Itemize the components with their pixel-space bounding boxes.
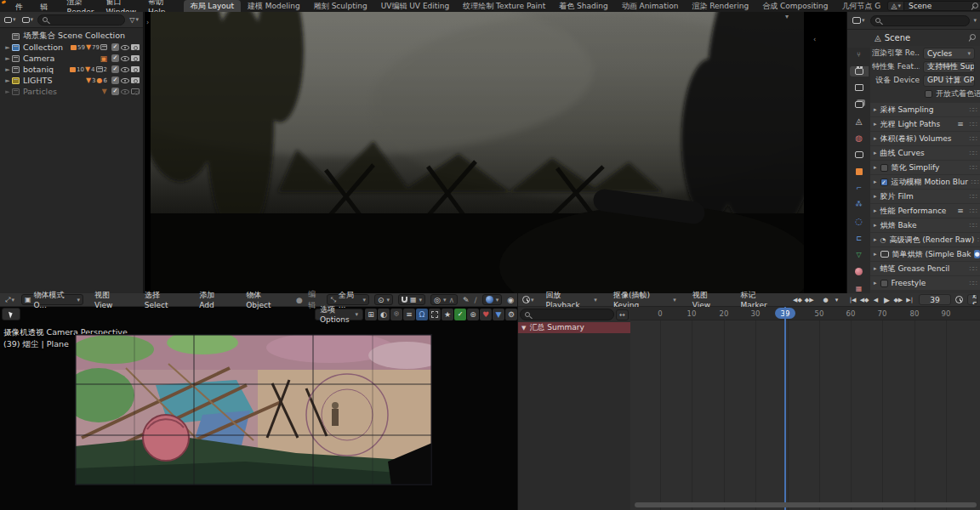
menu-playback[interactable]: 回放 Playback ▾ [540,294,603,306]
tab-texture-paint[interactable]: 纹理绘制 Texture Paint [456,0,552,12]
freestyle-checkbox[interactable] [880,280,888,287]
menu-window[interactable]: 窗口 Window [100,0,142,12]
tab-tool[interactable]: ⑂ [850,49,869,60]
timeline-editor-type-button[interactable]: ▾ [521,295,536,304]
camera-3d-viewport[interactable]: ⤢▾ ▣ 物体模式 O... ▾ 视图 View 选择 Select 添加 Ad… [0,293,517,510]
prev-keyframe-button[interactable]: ◀◆ [859,295,870,305]
collapse-triangle-icon[interactable]: ▼ [521,325,526,332]
auto-key-record-button[interactable]: ● [821,295,831,305]
tab-constraints[interactable]: ⊏ [850,233,869,243]
jump-end-button[interactable]: ▶| [904,295,914,305]
tab-layout[interactable]: 布局 Layout [184,0,241,12]
outliner-editor-type-button[interactable]: ▾ [3,15,18,24]
next-keyframe-button[interactable]: ◆▶ [892,295,903,305]
menu-render[interactable]: 渲染 Render [60,0,100,12]
options-dropdown[interactable]: 选项 Options▾ [315,309,363,320]
gear-icon[interactable]: ⚙ [505,309,517,320]
star-icon[interactable]: ★ [442,309,453,320]
shading-sphere-icon[interactable] [486,296,493,303]
tab-animation[interactable]: 动画 Animation [615,0,686,12]
frame-start-field[interactable]: 起始 Start 1 [967,294,977,305]
hide-eye-icon[interactable] [121,56,129,61]
tab-world[interactable]: ◍ [850,133,869,143]
node-badge-icon[interactable]: ● [974,250,979,258]
list-icon[interactable]: ≡ [403,309,415,320]
tab-physics[interactable]: ◌ [850,216,869,226]
channel-search-input[interactable] [520,309,614,320]
outliner-row-botaniq[interactable]: ► botaniq 10 ▼4 2 ✓ [0,64,143,75]
menu-edit[interactable]: 编辑 Edit [34,0,60,12]
tab-view-layer[interactable] [850,99,869,110]
section-curves[interactable]: ▸曲线 Curves∷∷ [870,146,980,160]
check-icon[interactable]: ✓ [454,309,466,320]
grid-icon[interactable]: ⊞ [365,309,377,320]
mode-selector[interactable]: ▣ 物体模式 O... ▾ [21,294,83,305]
render-visibility-icon[interactable] [131,77,140,83]
scene-name-field[interactable]: Scene [904,1,980,11]
viewport-shading-controls[interactable]: ▾ [482,294,503,305]
properties-options-icon[interactable]: ▾ [973,17,977,24]
playhead[interactable] [784,307,786,510]
tab-geometry-nodes[interactable]: 几何节点 G [835,0,882,12]
jump-start-button[interactable]: |◀ [848,295,858,305]
outliner-display-mode-button[interactable]: ▾ [20,15,36,24]
expand-icon[interactable]: ► [3,77,12,84]
section-freestyle[interactable]: ▸Freestyle∷∷ [870,276,980,290]
marquee-icon[interactable] [429,309,441,320]
tab-modeling[interactable]: 建模 Modeling [241,0,307,12]
pin-icon[interactable] [968,34,975,41]
header-collapse-icon[interactable]: ▾ [785,13,789,20]
snap-controls[interactable]: ▦▾ [398,294,425,305]
outliner-row-collection[interactable]: ► Collection 59 ▼79 ✓ [0,42,143,53]
hide-eye-icon[interactable] [121,78,129,83]
section-simplify[interactable]: ▸简化 Simplify∷∷ [870,161,980,174]
menu-help[interactable]: 帮助 Help [142,0,172,12]
render-visibility-icon[interactable] [131,88,140,94]
tab-texture[interactable]: ▦ [850,283,869,293]
bell-icon[interactable]: Ω [416,309,428,320]
step-back-button[interactable]: ◀ [870,295,880,305]
main-3d-viewport[interactable]: › ▾ ‹ [145,12,846,293]
tab-particles[interactable]: ⁂ [850,200,869,210]
filter-funnel-icon[interactable]: ▼ [493,309,504,320]
menu-object[interactable]: 物体 Object [240,294,291,306]
exclude-checkbox[interactable]: ✓ [111,54,119,62]
current-frame-field[interactable]: 39 [919,294,951,305]
simplify-checkbox[interactable] [880,164,888,172]
jump-next-keyframe-button[interactable]: ◆▶ [804,295,815,305]
tab-output[interactable] [850,82,869,93]
properties-search-input[interactable] [870,15,971,26]
section-motion-blur[interactable]: ▸✓运动模糊 Motion Blur∷∷ [870,175,980,189]
toolbar-expand-icon[interactable]: › [146,19,149,26]
menu-view-timeline[interactable]: 视图 View [687,294,731,306]
feature-set-dropdown[interactable]: 支持特性 Suppo...▾ [923,61,975,73]
active-tool-select-box[interactable] [2,308,20,320]
tab-object[interactable] [850,166,869,176]
motion-blur-checkbox[interactable]: ✓ [880,178,888,186]
proportional-edit-controls[interactable]: ◎▾∧ [430,294,458,305]
menu-file[interactable]: 文件 File [9,0,34,12]
expand-icon[interactable]: ► [3,44,12,51]
tab-scene[interactable]: ◬ [850,116,869,127]
render-visibility-icon[interactable] [131,66,140,72]
tab-render[interactable] [850,66,869,76]
section-light-paths[interactable]: ▸光程 Light Paths≡∷∷ [870,117,980,131]
outliner-filter-button[interactable]: ▽▾ [128,15,140,25]
exclude-checkbox[interactable]: ✓ [111,76,119,84]
jump-prev-keyframe-button[interactable]: ◀◆ [792,295,803,305]
tab-collection[interactable] [850,150,869,160]
hide-eye-icon[interactable] [121,89,129,94]
viewport-editor-type-button[interactable]: ⤢▾ [3,295,16,305]
section-sampling[interactable]: ▸采样 Sampling∷∷ [870,103,980,116]
hide-eye-icon[interactable] [121,67,129,72]
record-options-icon[interactable]: ▾ [832,295,842,305]
matcap-icon[interactable]: ◐ [378,309,390,320]
play-button[interactable]: ▶ [881,295,892,305]
osl-checkbox[interactable] [925,90,932,98]
outliner-search-input[interactable] [37,14,125,26]
annotate-icon[interactable]: ✎ [463,296,470,304]
tab-material[interactable] [850,266,869,276]
section-performance[interactable]: ▸性能 Performance≡∷∷ [870,204,980,218]
outliner-row-scene-collection[interactable]: 场景集合 Scene Collection [0,31,143,42]
device-dropdown[interactable]: GPU 计算 GPU ...▾ [923,75,975,87]
